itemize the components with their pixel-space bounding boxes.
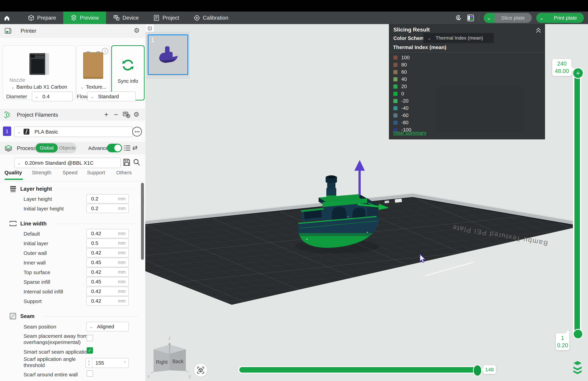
smart-scarf-label: Smart scarf seam application [23,349,90,355]
tab-label: Device [123,15,139,21]
filament-sync-icon[interactable] [123,112,130,118]
printer-name: Bambu Lab X1 Carbon [16,84,67,90]
filament-settings-gear-icon[interactable]: ⚙ [133,111,139,118]
smart-scarf-checkbox[interactable]: ✓ [87,347,93,354]
line-width-internal-solid-input[interactable]: 0.42mm [86,287,129,296]
tab-prepare[interactable]: Prepare [21,12,63,24]
tab-project[interactable]: Project [146,12,186,24]
filament-select-dropdown[interactable]: ⌄ PLA Basic [14,127,133,137]
parameter-list-icon[interactable] [124,145,131,152]
add-filament-button[interactable]: + [104,111,108,119]
line-width-sparse-infill-input[interactable]: 0.45mm [86,277,129,286]
param-label: Initial layer [23,241,48,247]
compare-presets-icon[interactable]: ⇄ [132,144,138,152]
layer-height-input[interactable]: 0.2mm [86,194,129,203]
plate-thumbnail[interactable]: 1 [148,34,188,75]
tab-preview[interactable]: Preview [63,12,106,24]
fit-view-button[interactable] [194,364,207,377]
slice-plate-label[interactable]: Slice plate [494,13,532,23]
tab-strength[interactable]: Strength [32,170,51,176]
param-label: Internal solid infill [23,289,63,295]
legend-swatch [393,85,398,89]
layer-slider-top-tooltip: 240 48.00 [552,59,571,76]
advanced-toggle[interactable] [107,144,122,152]
filament-slot-badge: 1 [3,127,11,136]
seam-position-dropdown[interactable]: ⌄ Aligned [86,322,129,332]
tab-label: Prepare [37,15,56,21]
plate-select-row[interactable]: ⌄ Texture... [77,84,110,90]
cube-face-back[interactable]: Back [172,359,184,364]
scope-global-segment[interactable]: Global [36,143,58,153]
save-preset-icon[interactable] [123,158,130,166]
3d-viewport[interactable]: Bambu Textured PEI Plate [145,24,588,381]
arrange-layout-icon[interactable] [467,14,474,22]
section-rule [53,224,138,224]
scope-objects-segment[interactable]: Objects [59,143,76,153]
spiral-tool-icon[interactable] [455,14,462,22]
nozzle-flow-value: Standard [98,94,119,99]
search-preset-icon[interactable] [133,158,140,166]
nozzle-diameter-dropdown[interactable]: ⌄ 0.4 [32,91,73,101]
slicing-result-title: Slicing Result [393,26,430,33]
filament-panel-icon [4,111,13,118]
cube-face-right[interactable]: Right [156,359,168,365]
line-width-outer-wall-input[interactable]: 0.42mm [86,248,129,257]
line-width-default-input[interactable]: 0.42mm [86,229,129,238]
initial-layer-height-input[interactable]: 0.2mm [86,204,129,213]
scarf-angle-value: 155 [95,360,104,366]
spinner-arrows[interactable]: ˄˅ [86,358,92,368]
tab-device[interactable]: Device [106,12,146,24]
orientation-cube[interactable] [150,342,189,373]
line-width-support-input[interactable]: 0.42mm [86,296,129,306]
remove-filament-button[interactable]: − [114,111,118,119]
slice-dropdown-chevron[interactable]: ⌄ [484,13,494,23]
sync-info-label: Sync info [112,78,144,84]
chevron-down-icon: ⌄ [11,85,15,89]
layer-slider-bottom-handle[interactable] [573,329,583,339]
color-scheme-dropdown[interactable]: ⌄ Thermal Index (mean) [423,33,494,43]
tab-speed[interactable]: Speed [63,170,78,176]
nozzle-diameter-label: Diameter [6,94,27,99]
tab-quality[interactable]: Quality [4,170,22,176]
print-plate-button[interactable]: ⌄ Print plate [536,13,584,23]
section-rule [57,189,138,189]
tab-calibration[interactable]: Calibration [186,12,235,24]
legend-swatch [393,99,398,103]
move-value: 148 [483,366,496,373]
nozzle-flow-dropdown[interactable]: ⌄ Standard [87,91,136,101]
plate-info-icon[interactable]: i [102,48,108,54]
panel-scrollbar[interactable] [141,183,144,260]
legend-row: -40 [389,105,545,112]
view-summary-link[interactable]: View Summary [393,130,426,136]
prepare-cube-icon [28,15,34,21]
tab-others[interactable]: Others [116,170,132,176]
move-slider-tooltip: 148 [483,365,496,374]
print-dropdown-chevron[interactable]: ⌄ [536,13,547,23]
top-layer-number: 240 [552,60,571,67]
viewport-collapse-button[interactable]: ⟨|⟩ [146,24,154,32]
layers-view-icon[interactable] [573,361,582,376]
scarf-angle-label: Scarf application angle [23,356,76,362]
printer-settings-gear-icon[interactable]: ⚙ [134,27,140,34]
seam-position-value: Aligned [97,324,114,330]
home-button[interactable] [0,12,14,24]
line-width-top-surface-input[interactable]: 0.42mm [86,268,129,277]
tab-support[interactable]: Support [87,170,105,176]
tabs-divider [0,181,145,181]
calibration-icon [194,15,200,21]
print-plate-label[interactable]: Print plate [547,13,584,23]
scarf-around-checkbox[interactable] [87,370,93,377]
line-width-initial-input[interactable]: 0.5mm [86,239,129,248]
thumbnail-benchy-image [157,44,179,65]
scarf-angle-spinner[interactable]: ˄˅ 155 ° [85,358,129,368]
legend-row: 0 [389,90,545,97]
filament-more-button[interactable]: ⋯ [132,127,142,136]
printer-select-row[interactable]: ⌄ Bambu Lab X1 Carbon [3,84,75,90]
slice-plate-button[interactable]: ⌄ Slice plate [484,13,532,23]
layer-height-section-icon [9,185,17,192]
process-preset-dropdown[interactable]: ⌄ 0.20mm Standard @BBL X1C [14,158,121,168]
line-width-inner-wall-input[interactable]: 0.45mm [86,258,129,267]
param-label: Sparse infill [23,279,50,285]
collapse-panel-icon[interactable] [535,27,542,34]
seam-overhang-checkbox[interactable] [87,335,93,341]
